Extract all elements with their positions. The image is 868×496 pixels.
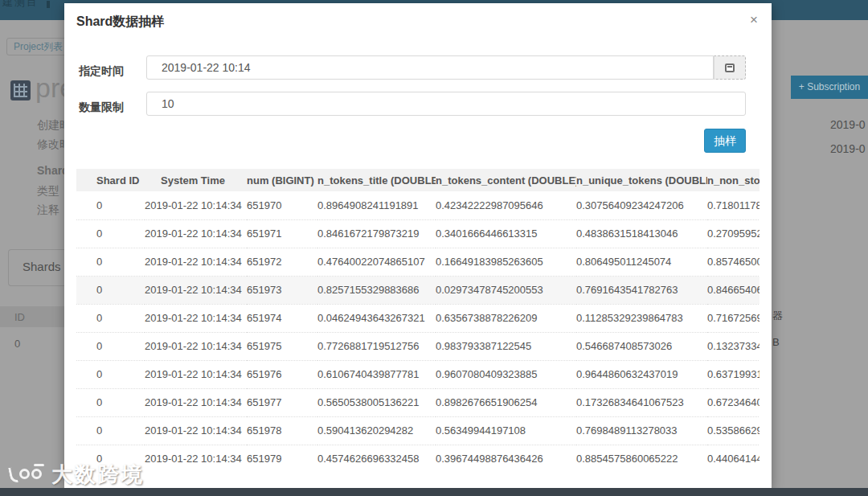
close-icon[interactable]: × [746,12,762,28]
modal-title: Shard数据抽样 [76,14,164,31]
table-cell: 0 [76,360,145,388]
table-cell: 0.3401666446613315 [436,219,576,248]
table-row: 02019-01-22 10:14:346519760.610674043987… [76,360,760,388]
table-cell: 0.7726881719512756 [317,332,436,360]
table-cell: 2019-01-22 10:14:34 [145,388,247,416]
limit-input[interactable] [146,92,746,116]
table-cell: 651970 [247,191,317,219]
table-cell: 0.6371993171 [707,360,760,388]
time-input[interactable] [146,55,714,80]
table-row: 02019-01-22 10:14:346519750.772688171951… [76,332,760,360]
sample-table-body: 02019-01-22 10:14:346519700.896490824119… [76,191,760,473]
shards-section-title: Shards [23,260,61,273]
table-cell: 0 [76,332,145,360]
table-cell: 2019-01-22 10:14:34 [145,445,247,473]
shards-id-header: ID [14,311,25,323]
footer-bar [0,488,868,496]
sample-table-header-row: Shard IDSystem Timenum (BIGINT)n_tokens_… [76,169,760,191]
subscription-button[interactable]: + Subscription [791,76,868,99]
table-cell: 0.04624943643267321 [317,304,436,332]
table-cell: 2019-01-22 10:14:34 [145,416,247,445]
shards-table-header-bar [0,306,64,327]
table-cell: 0.7180117817 [707,191,760,219]
table-cell: 0.42342222987095646 [436,191,576,219]
table-cell: 0.9607080409323885 [436,360,576,388]
bg-label-comment: 注释 [37,203,59,218]
table-cell: 651979 [247,445,317,473]
table-cell: 0.2709595234 [707,219,760,248]
shard-sampling-modal: Shard数据抽样 × 指定时间 数量限制 抽样 Shard IDSystem … [64,3,772,489]
sample-table-wrapper: Shard IDSystem Timenum (BIGINT)n_tokens_… [76,169,760,473]
column-header: num (BIGINT) [247,169,317,191]
table-cell: 0.8461672179873219 [317,219,436,248]
table-cell: 651976 [247,360,317,388]
bg-label-type: 类型 [37,184,59,199]
table-cell: 0.6723464061 [707,388,760,416]
table-row: 02019-01-22 10:14:346519700.896490824119… [76,191,760,219]
limit-label: 数量限制 [79,100,124,115]
column-header: n_tokens_content (DOUBLE) [436,169,576,191]
column-header: n_non_stop_w [707,169,760,191]
table-cell: 2019-01-22 10:14:34 [145,360,247,388]
table-cell: 0.16649183985263605 [436,248,576,276]
table-cell: 0.5358662970 [707,416,760,445]
bg-fragment-2: B [772,336,780,348]
table-cell: 0.5650538005136221 [317,388,436,416]
table-cell: 0.8257155329883686 [317,276,436,304]
sample-button[interactable]: 抽样 [704,129,746,153]
table-cell: 0.590413620294282 [317,416,436,445]
top-bar-icon [47,1,50,8]
table-cell: 0.02973478745200553 [436,276,576,304]
table-cell: 0.806495011245074 [576,248,707,276]
table-row: 02019-01-22 10:14:346519790.457462669633… [76,445,760,473]
table-cell: 0 [76,276,145,304]
table-row: 02019-01-22 10:14:346519740.046249436432… [76,304,760,332]
table-cell: 651975 [247,332,317,360]
table-cell: 0 [76,191,145,219]
table-cell: 0.7698489113278033 [576,416,707,445]
calendar-icon [725,64,735,72]
time-label: 指定时间 [79,64,124,79]
watermark: 大数跨境 [5,461,145,489]
table-cell: 0.8466540610 [707,276,760,304]
table-cell: 0.30756409234247206 [576,191,707,219]
shards-id-value: 0 [14,338,20,350]
table-cell: 0 [76,416,145,445]
table-cell: 2019-01-22 10:14:34 [145,248,247,276]
table-cell: 0.17326834641067523 [576,388,707,416]
table-cell: 0 [76,304,145,332]
table-cell: 0.47640022074865107 [317,248,436,276]
table-cell: 0.983793387122545 [436,332,576,360]
table-cell: 651974 [247,304,317,332]
bg-fragment-1: 器 [772,309,783,323]
table-cell: 0 [76,219,145,248]
table-cell: 0.8854575860065222 [576,445,707,473]
table-cell: 0.546687408573026 [576,332,707,360]
table-row: 02019-01-22 10:14:346519710.846167217987… [76,219,760,248]
table-cell: 0.6356738878226209 [436,304,576,332]
calendar-button[interactable] [714,55,746,80]
bg-date-1: 2019-0 [830,118,866,131]
table-cell: 2019-01-22 10:14:34 [145,219,247,248]
watermark-text: 大数跨境 [51,461,145,489]
table-cell: 651977 [247,388,317,416]
grid-icon [10,80,31,100]
top-bar-text: 建测目 [2,0,39,10]
table-cell: 2019-01-22 10:14:34 [145,191,247,219]
table-row: 02019-01-22 10:14:346519780.590413620294… [76,416,760,445]
table-cell: 651972 [247,248,317,276]
table-cell: 0 [76,248,145,276]
table-cell: 0.11285329239864783 [576,304,707,332]
table-cell: 0.6106740439877781 [317,360,436,388]
column-header: n_tokens_title (DOUBLE) [317,169,436,191]
table-row: 02019-01-22 10:14:346519720.476400220748… [76,248,760,276]
column-header: System Time [145,169,247,191]
watermark-logo-icon [5,462,47,488]
table-cell: 0.7167256947 [707,304,760,332]
table-cell: 0.4406414412 [707,445,760,473]
table-cell: 651973 [247,276,317,304]
table-cell: 0.56349944197108 [436,416,576,445]
table-cell: 0.8964908241191891 [317,191,436,219]
bg-date-2: 2019-0 [830,142,866,155]
screen: 建测目 Project列表 pre 创建时 修改时 Shard 类型 注释 Sh… [0,0,868,496]
